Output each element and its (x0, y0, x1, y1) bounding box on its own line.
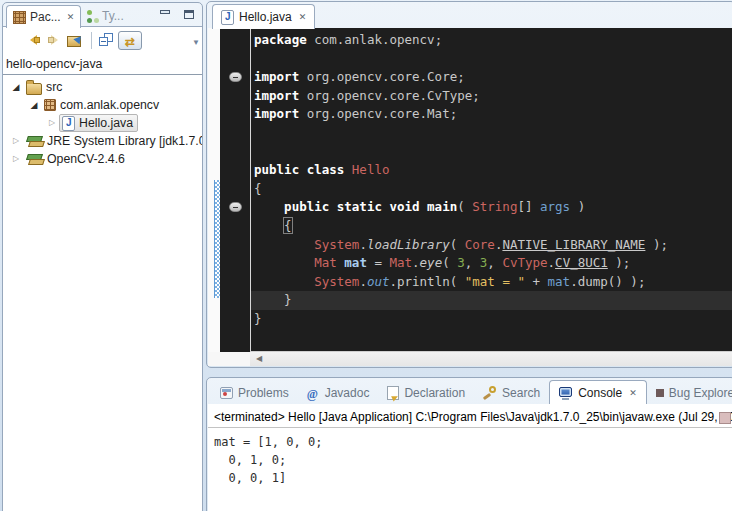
back-icon[interactable] (25, 33, 42, 47)
library-icon (26, 153, 43, 166)
tab-label: Search (502, 386, 540, 400)
editor-tab-hello-java[interactable]: Hello.java (212, 4, 315, 29)
fold-minus-icon[interactable] (229, 72, 242, 82)
console-body: <terminated> Hello [Java Application] C:… (208, 404, 732, 511)
console-output-line: 0, 0, 1] (214, 469, 732, 487)
javadoc-icon (307, 387, 320, 400)
tab-label: Declaration (404, 386, 465, 400)
tree-item[interactable]: ◢src (3, 78, 202, 96)
console-icon (559, 387, 573, 400)
tree-item-content: JRE System Library [jdk1.7.0 (23, 132, 202, 150)
code-line[interactable]: import org.opencv.core.Mat; (254, 105, 732, 124)
annotation-ruler[interactable] (208, 28, 220, 352)
package-explorer-toolbar (3, 27, 202, 53)
fold-minus-icon[interactable] (229, 202, 242, 212)
package-explorer-icon (13, 11, 26, 24)
console-panel: ProblemsJavadocDeclarationSearchConsoleB… (206, 377, 732, 511)
scroll-left-arrow-icon[interactable]: ◀ (256, 354, 262, 363)
horizontal-scrollbar[interactable]: ◀ (250, 351, 732, 366)
code-line[interactable]: { (254, 217, 732, 236)
project-tree: ◢src◢com.anlak.opencv▷Hello.java▷JRE Sys… (3, 75, 202, 168)
editor-tab-label: Hello.java (239, 10, 292, 24)
fold-gutter[interactable] (220, 28, 251, 352)
tab-label: Bug Explorer (669, 386, 732, 400)
code-line[interactable]: } (251, 291, 732, 310)
collapsed-arrow-icon[interactable]: ▷ (9, 150, 23, 168)
tree-item[interactable]: ▷OpenCV-2.4.6 (3, 150, 202, 168)
tree-item-content: com.anlak.opencv (41, 96, 164, 114)
code-line[interactable]: public static void main( String[] args ) (254, 198, 732, 217)
up-icon[interactable] (67, 33, 84, 47)
tree-item-content: Hello.java (59, 114, 138, 132)
code-line[interactable]: Mat mat = Mat.eye( 3, 3, CvType.CV_8UC1 … (254, 254, 732, 273)
type-hierarchy-icon (85, 10, 98, 23)
left-panel-tab-row: Pac... Ty... (3, 3, 202, 27)
tab-javadoc[interactable]: Javadoc (298, 381, 379, 405)
console-output-line: mat = [1, 0, 0; (214, 433, 732, 451)
expanded-arrow-icon[interactable]: ◢ (9, 78, 23, 96)
console-output[interactable]: mat = [1, 0, 0; 0, 1, 0; 0, 0, 1] (208, 428, 732, 487)
scrollbar-corner (208, 352, 250, 366)
tree-item-content: src (23, 78, 67, 96)
tree-item[interactable]: ▷JRE System Library [jdk1.7.0 (3, 132, 202, 150)
panel-window-buttons (160, 10, 194, 19)
code-line[interactable]: import org.opencv.core.CvType; (254, 87, 732, 106)
tree-item-label: OpenCV-2.4.6 (47, 152, 125, 166)
java-file-icon (221, 10, 234, 25)
tab-console[interactable]: Console (549, 380, 647, 405)
close-icon[interactable] (299, 12, 307, 22)
package-folder-icon (26, 83, 42, 95)
tab-bug-explorer[interactable]: Bug Explorer (647, 381, 732, 405)
code-line[interactable]: public class Hello (254, 161, 732, 180)
tree-item-label: JRE System Library [jdk1.7.0 (47, 134, 202, 148)
link-with-editor-icon[interactable] (118, 31, 142, 50)
tab-declaration[interactable]: Declaration (378, 381, 474, 405)
expanded-arrow-icon[interactable]: ◢ (27, 96, 41, 114)
tree-item-label: Hello.java (79, 116, 133, 130)
collapsed-arrow-icon[interactable]: ▷ (9, 132, 23, 150)
editor-tab-row: Hello.java (207, 2, 732, 28)
code-area[interactable]: package com.anlak.opencv; import org.ope… (251, 28, 732, 352)
minimize-icon[interactable] (160, 10, 170, 19)
close-icon[interactable] (629, 388, 637, 398)
tree-item[interactable]: ◢com.anlak.opencv (3, 96, 202, 114)
square-icon (656, 389, 664, 397)
collapsed-arrow-icon[interactable]: ▷ (45, 114, 59, 132)
code-line[interactable]: } (254, 310, 732, 329)
maximize-icon[interactable] (184, 10, 194, 19)
tab-type-hierarchy[interactable]: Ty... (79, 5, 130, 27)
tree-item-label: com.anlak.opencv (60, 98, 159, 112)
editor-panel: Hello.java package com.anlak.opencv; imp… (206, 1, 732, 368)
console-toolbar-icon[interactable] (719, 412, 731, 424)
declaration-icon (387, 386, 399, 400)
package-explorer-panel: Pac... Ty... hello-opencv-java ◢src◢com.… (2, 2, 203, 511)
code-line[interactable]: import org.opencv.core.Core; (254, 68, 732, 87)
code-line[interactable]: package com.anlak.opencv; (254, 31, 732, 50)
editor-body: package com.anlak.opencv; import org.ope… (208, 28, 732, 352)
code-line[interactable] (254, 50, 732, 69)
project-name-label[interactable]: hello-opencv-java (3, 53, 202, 75)
package-icon (44, 99, 56, 111)
console-process-label: <terminated> Hello [Java Application] C:… (208, 404, 732, 428)
tab-label: Javadoc (325, 386, 370, 400)
code-line[interactable] (254, 124, 732, 143)
tree-item[interactable]: ▷Hello.java (3, 114, 202, 132)
close-icon[interactable] (67, 12, 75, 22)
code-line[interactable]: System.loadLibrary( Core.NATIVE_LIBRARY_… (254, 236, 732, 255)
problems-icon (220, 387, 233, 399)
forward-icon[interactable] (46, 33, 63, 47)
tree-item-content: OpenCV-2.4.6 (23, 150, 130, 168)
collapse-all-icon[interactable] (99, 33, 114, 47)
tree-item-label: src (46, 80, 62, 94)
tab-search[interactable]: Search (474, 381, 549, 405)
library-icon (26, 135, 43, 148)
tab-package-explorer[interactable]: Pac... (6, 5, 81, 28)
view-menu-icon[interactable] (192, 31, 200, 49)
code-line[interactable]: System.out.println( "mat = " + mat.dump(… (254, 273, 732, 292)
tab-label: Ty... (102, 9, 124, 23)
code-line[interactable]: { (254, 180, 732, 199)
tab-problems[interactable]: Problems (211, 381, 298, 405)
eclipse-window: Pac... Ty... hello-opencv-java ◢src◢com.… (0, 0, 732, 511)
tab-label: Problems (238, 386, 289, 400)
code-line[interactable] (254, 143, 732, 162)
